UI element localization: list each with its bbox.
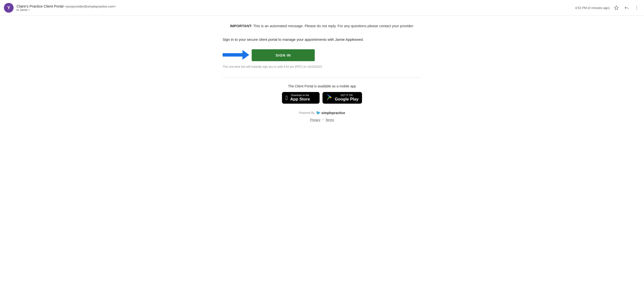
apple-icon:  — [286, 95, 288, 101]
blue-arrow-icon — [222, 50, 249, 60]
svg-marker-0 — [614, 6, 618, 10]
google-play-icon — [326, 94, 332, 101]
email-header: Y Claire's Practice Client Portal <yourp… — [0, 0, 644, 16]
google-play-badge[interactable]: GET IT ON Google Play — [322, 92, 362, 104]
mobile-app-section: The Client Portal is available as a mobi… — [222, 84, 422, 122]
arrow-indicator — [222, 50, 249, 61]
sender-avatar: Y — [4, 3, 14, 13]
sign-in-button[interactable]: SIGN IN — [252, 49, 315, 61]
important-notice: IMPORTANT: This is an automated message.… — [222, 23, 422, 29]
sign-in-area: SIGN IN — [222, 49, 422, 61]
terms-link[interactable]: Terms — [326, 118, 334, 122]
footer-dot: • — [322, 118, 324, 122]
app-store-text: Download on the App Store — [290, 94, 310, 102]
more-button[interactable] — [633, 4, 640, 11]
mobile-app-title: The Client Portal is available as a mobi… — [222, 84, 422, 88]
sender-email: <yourprovider@simplepractice.com> — [64, 5, 116, 8]
sign-in-message: Sign in to your secure client portal to … — [222, 37, 422, 43]
email-to[interactable]: to Jamie ▾ — [16, 8, 572, 12]
email-meta: Claire's Practice Client Portal <yourpro… — [16, 4, 572, 12]
email-body: IMPORTANT: This is an automated message.… — [218, 16, 426, 131]
app-badges:  Download on the App Store G — [222, 92, 422, 104]
email-time: 4:52 PM (0 minutes ago) — [575, 6, 610, 10]
svg-point-2 — [636, 8, 637, 8]
section-divider — [222, 77, 422, 77]
app-store-badge[interactable]:  Download on the App Store — [282, 92, 320, 104]
chevron-down-icon: ▾ — [28, 9, 30, 11]
one-time-link-text: This one-time link will instantly sign y… — [222, 65, 422, 69]
svg-point-3 — [636, 9, 637, 10]
sp-bird-icon: 🐦 — [316, 110, 321, 115]
reply-button[interactable] — [623, 4, 630, 11]
email-actions: 4:52 PM (0 minutes ago) — [575, 4, 640, 11]
sender-name: Claire's Practice Client Portal <yourpro… — [16, 4, 572, 8]
svg-point-1 — [636, 6, 637, 7]
privacy-link[interactable]: Privacy — [310, 118, 320, 122]
google-play-text: GET IT ON Google Play — [334, 94, 358, 102]
footer-links: Privacy • Terms — [222, 118, 422, 122]
simplepractice-logo: 🐦 simplepractice — [316, 110, 345, 115]
star-button[interactable] — [613, 4, 620, 11]
powered-by: Powered By 🐦 simplepractice — [222, 110, 422, 115]
